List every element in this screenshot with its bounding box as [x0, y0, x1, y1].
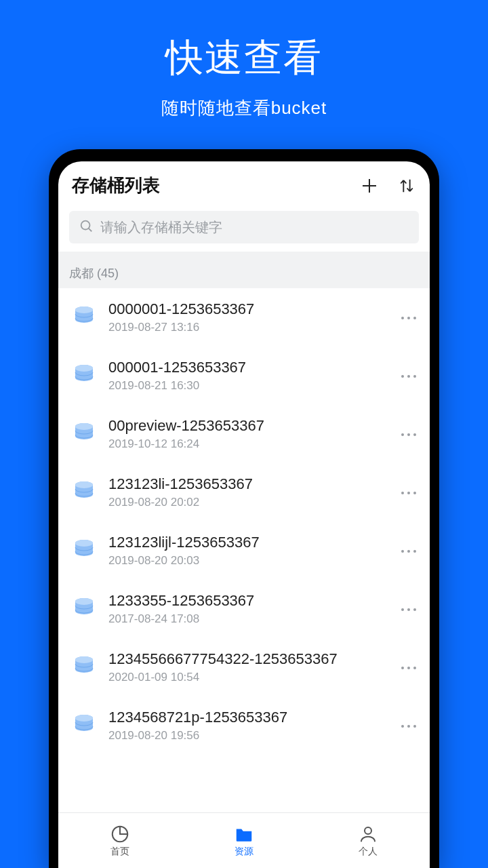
- bucket-icon: [72, 654, 96, 681]
- svg-point-27: [407, 550, 410, 553]
- bucket-name: 123123li-1253653367: [108, 475, 386, 493]
- screen: 存储桶列表: [58, 161, 430, 868]
- more-icon[interactable]: [399, 719, 419, 732]
- svg-point-30: [75, 598, 93, 605]
- bucket-name: 0000001-1253653367: [108, 300, 386, 318]
- svg-point-21: [401, 492, 404, 494]
- search-icon: [79, 218, 94, 236]
- svg-point-36: [401, 667, 404, 669]
- bucket-time: 2019-10-12 16:24: [108, 437, 386, 451]
- bucket-row[interactable]: 1234568721p-12536533672019-08-20 19:56: [58, 696, 430, 755]
- bucket-icon: [72, 304, 96, 331]
- more-icon[interactable]: [399, 370, 419, 382]
- svg-point-41: [401, 725, 404, 728]
- svg-point-32: [407, 608, 410, 611]
- tab-home[interactable]: 首页: [58, 813, 182, 868]
- svg-point-7: [407, 317, 410, 319]
- bucket-info: 123123lijl-12536533672019-08-20 20:03: [108, 534, 386, 568]
- bucket-info: 00preview-12536533672019-10-12 16:24: [108, 417, 386, 451]
- bucket-info: 12345566677754322-12536533672020-01-09 1…: [108, 650, 386, 684]
- add-icon[interactable]: [359, 176, 380, 196]
- bucket-name: 12345566677754322-1253653367: [108, 650, 386, 668]
- tab-profile[interactable]: 个人: [306, 813, 430, 868]
- svg-point-33: [413, 608, 416, 611]
- pie-icon: [110, 824, 130, 844]
- tab-resources[interactable]: 资源: [182, 813, 306, 868]
- svg-point-11: [401, 375, 404, 378]
- svg-point-42: [407, 725, 410, 728]
- bucket-time: 2019-08-27 13:16: [108, 321, 386, 334]
- bucket-row[interactable]: 123123lijl-12536533672019-08-20 20:03: [58, 521, 430, 580]
- svg-point-5: [75, 307, 93, 313]
- svg-point-40: [75, 715, 93, 722]
- svg-point-43: [413, 725, 416, 728]
- svg-point-12: [407, 375, 410, 378]
- bucket-row[interactable]: 12345566677754322-12536533672020-01-09 1…: [58, 638, 430, 696]
- bucket-icon: [72, 420, 96, 448]
- svg-point-18: [413, 433, 416, 436]
- bucket-time: 2019-08-20 20:03: [108, 554, 386, 568]
- bucket-time: 2019-08-21 16:30: [108, 379, 386, 393]
- bucket-icon: [72, 712, 96, 739]
- bucket-name: 1233355-1253653367: [108, 592, 386, 610]
- svg-point-26: [401, 550, 404, 553]
- more-icon[interactable]: [399, 603, 419, 615]
- hero-subtitle: 随时随地查看bucket: [0, 96, 488, 120]
- navbar: 存储桶列表: [58, 161, 430, 207]
- svg-point-37: [407, 667, 410, 669]
- svg-point-6: [401, 317, 404, 319]
- phone-frame: 存储桶列表: [49, 149, 439, 868]
- svg-point-2: [81, 221, 90, 230]
- bucket-time: 2017-08-24 17:08: [108, 612, 386, 626]
- svg-point-45: [365, 827, 371, 834]
- svg-point-16: [401, 433, 404, 436]
- more-icon[interactable]: [399, 661, 419, 673]
- bucket-row[interactable]: 00preview-12536533672019-10-12 16:24: [58, 405, 430, 463]
- svg-point-25: [75, 540, 93, 547]
- bucket-icon: [72, 595, 96, 623]
- bucket-time: 2019-08-20 20:02: [108, 496, 386, 509]
- tab-label: 首页: [110, 846, 129, 858]
- sort-icon[interactable]: [397, 176, 416, 196]
- svg-point-31: [401, 608, 404, 611]
- hero-title: 快速查看: [0, 33, 488, 84]
- bucket-info: 0000001-12536533672019-08-27 13:16: [108, 300, 386, 334]
- bucket-time: 2019-08-20 19:56: [108, 729, 386, 743]
- more-icon[interactable]: [399, 428, 419, 440]
- bucket-name: 1234568721p-1253653367: [108, 709, 386, 726]
- svg-point-22: [407, 492, 410, 494]
- bucket-info: 123123li-12536533672019-08-20 20:02: [108, 475, 386, 509]
- tab-label: 个人: [359, 846, 378, 858]
- bucket-name: 000001-1253653367: [108, 359, 386, 376]
- bucket-time: 2020-01-09 10:54: [108, 671, 386, 684]
- bucket-icon: [72, 537, 96, 564]
- bucket-row[interactable]: 123123li-12536533672019-08-20 20:02: [58, 463, 430, 521]
- folder-icon: [234, 824, 254, 844]
- bucket-row[interactable]: 0000001-12536533672019-08-27 13:16: [58, 288, 430, 347]
- svg-point-20: [75, 481, 93, 488]
- svg-point-13: [413, 375, 416, 378]
- more-icon[interactable]: [399, 545, 419, 557]
- bucket-name: 00preview-1253653367: [108, 417, 386, 435]
- svg-point-10: [75, 365, 93, 372]
- search-bar[interactable]: [69, 211, 419, 243]
- more-icon[interactable]: [399, 486, 419, 498]
- bucket-row[interactable]: 1233355-12536533672017-08-24 17:08: [58, 580, 430, 638]
- page-title: 存储桶列表: [72, 174, 160, 197]
- bucket-info: 1234568721p-12536533672019-08-20 19:56: [108, 709, 386, 743]
- bucket-icon: [72, 479, 96, 506]
- tab-label: 资源: [235, 846, 253, 858]
- bucket-name: 123123lijl-1253653367: [108, 534, 386, 551]
- bucket-icon: [72, 362, 96, 389]
- bucket-list: 0000001-12536533672019-08-27 13:16000001…: [58, 288, 430, 812]
- svg-point-28: [413, 550, 416, 553]
- svg-point-38: [413, 667, 416, 669]
- bucket-info: 1233355-12536533672017-08-24 17:08: [108, 592, 386, 626]
- more-icon[interactable]: [399, 311, 419, 323]
- bucket-row[interactable]: 000001-12536533672019-08-21 16:30: [58, 347, 430, 405]
- person-icon: [358, 824, 378, 844]
- svg-point-35: [75, 656, 93, 663]
- search-input[interactable]: [100, 220, 409, 235]
- svg-point-15: [75, 423, 93, 430]
- section-header: 成都 (45): [58, 252, 430, 288]
